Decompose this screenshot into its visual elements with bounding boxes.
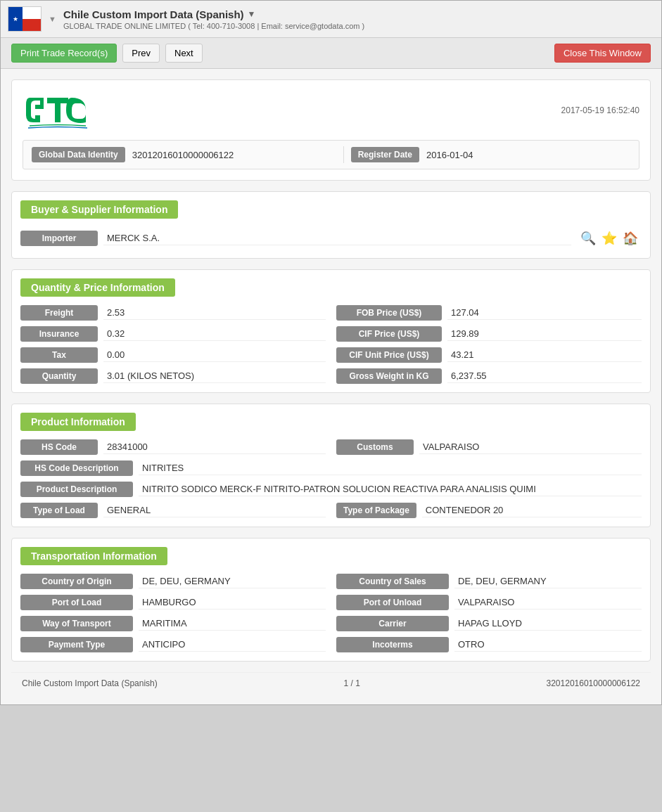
footer-right: 32012016010000006122 (547, 678, 640, 688)
transport-fields: Country of Origin DE, DEU, GERMANY Count… (20, 574, 642, 652)
transport-left-value-3: ANTICIPO (139, 638, 326, 652)
hs-code-label: HS Code (20, 439, 98, 455)
hs-code-desc-row: HS Code Description NITRITES (20, 460, 642, 476)
quantity-price-section: Quantity & Price Information Freight 2.5… (11, 269, 651, 393)
logo-area: GLOBAL TRADE ONLINE LIMITED (23, 91, 121, 129)
type-of-load-label: Type of Load (20, 503, 98, 518)
transport-right-col-0: Country of Sales DE, DEU, GERMANY (336, 574, 642, 589)
customs-label: Customs (336, 439, 414, 455)
customs-col: Customs VALPARAISO (336, 439, 642, 455)
buyer-supplier-header: Buyer & Supplier Information (20, 200, 178, 219)
main-card: GLOBAL TRADE ONLINE LIMITED 2017-05-19 1… (11, 79, 651, 181)
qty-right-value-2: 43.21 (447, 348, 642, 362)
transport-left-label-0: Country of Origin (20, 574, 133, 589)
qty-left-label-1: Insurance (20, 326, 98, 342)
flag-dropdown[interactable]: ▼ (49, 15, 56, 23)
qty-left-label-0: Freight (20, 305, 98, 321)
page-footer: Chile Custom Import Data (Spanish) 1 / 1… (11, 672, 651, 694)
transport-row-1: Port of Load HAMBURGO Port of Unload VAL… (20, 595, 642, 610)
transport-right-label-3: Incoterms (336, 637, 449, 652)
qty-row-3: Quantity 3.01 (KILOS NETOS) Gross Weight… (20, 368, 642, 384)
qty-right-value-0: 127.04 (447, 306, 642, 320)
type-of-load-col: Type of Load GENERAL (20, 503, 326, 518)
hs-customs-row: HS Code 28341000 Customs VALPARAISO (20, 439, 642, 455)
register-date-value: 2016-01-04 (426, 150, 630, 160)
footer-center: 1 / 1 (343, 678, 359, 688)
hs-code-col: HS Code 28341000 (20, 439, 326, 455)
importer-label: Importer (20, 231, 98, 246)
quantity-price-fields: Freight 2.53 FOB Price (US$) 127.04 Insu… (20, 305, 642, 384)
transport-left-col-3: Payment Type ANTICIPO (20, 637, 326, 652)
company-subtitle: GLOBAL TRADE ONLINE LIMITED ( Tel: 400-7… (63, 22, 654, 30)
qty-left-col-0: Freight 2.53 (20, 305, 326, 321)
register-date-label: Register Date (351, 147, 419, 162)
qty-right-value-3: 6,237.55 (447, 369, 642, 383)
title-info: Chile Custom Import Data (Spanish) ▼ GLO… (63, 8, 654, 30)
transport-right-col-3: Incoterms OTRO (336, 637, 642, 652)
importer-row: Importer MERCK S.A. 🔍 ⭐ 🏠 (20, 227, 642, 250)
importer-value: MERCK S.A. (103, 231, 571, 245)
transport-right-value-1: VALPARAISO (454, 595, 642, 610)
qty-row-1: Insurance 0.32 CIF Price (US$) 129.89 (20, 326, 642, 342)
global-data-identity-label: Global Data Identity (32, 147, 125, 162)
next-button[interactable]: Next (165, 44, 203, 63)
star-icon[interactable]: ⭐ (601, 231, 617, 246)
qty-right-label-3: Gross Weight in KG (336, 368, 442, 384)
page-title: Chile Custom Import Data (Spanish) (63, 8, 244, 20)
type-of-package-col: Type of Package CONTENEDOR 20 (336, 503, 642, 518)
transport-section: Transportation Information Country of Or… (11, 538, 651, 662)
hs-code-desc-value: NITRITES (139, 461, 642, 475)
qty-left-label-3: Quantity (20, 368, 98, 384)
transport-left-col-0: Country of Origin DE, DEU, GERMANY (20, 574, 326, 589)
prev-button[interactable]: Prev (122, 44, 160, 63)
hs-code-value: 28341000 (103, 440, 326, 454)
qty-right-label-2: CIF Unit Price (US$) (336, 347, 442, 363)
transport-right-col-2: Carrier HAPAG LLOYD (336, 616, 642, 631)
close-button[interactable]: Close This Window (554, 44, 651, 63)
transport-right-label-0: Country of Sales (336, 574, 449, 589)
transport-right-value-3: OTRO (454, 638, 642, 652)
qty-right-col-1: CIF Price (US$) 129.89 (336, 326, 642, 342)
qty-left-col-3: Quantity 3.01 (KILOS NETOS) (20, 368, 326, 384)
buyer-supplier-section: Buyer & Supplier Information Importer ME… (11, 191, 651, 259)
type-of-package-label: Type of Package (336, 503, 416, 518)
transport-row-0: Country of Origin DE, DEU, GERMANY Count… (20, 574, 642, 589)
transport-left-label-3: Payment Type (20, 637, 133, 652)
product-desc-row: Product Description NITRITO SODICO MERCK… (20, 482, 642, 497)
qty-left-label-2: Tax (20, 347, 98, 363)
search-icon[interactable]: 🔍 (580, 231, 596, 246)
qty-left-value-2: 0.00 (103, 348, 326, 362)
transport-row-2: Way of Transport MARITIMA Carrier HAPAG … (20, 616, 642, 631)
timestamp: 2017-05-19 16:52:40 (561, 105, 639, 115)
qty-row-0: Freight 2.53 FOB Price (US$) 127.04 (20, 305, 642, 321)
footer-left: Chile Custom Import Data (Spanish) (22, 678, 158, 688)
transport-left-label-2: Way of Transport (20, 616, 133, 631)
qty-right-label-1: CIF Price (US$) (336, 326, 442, 342)
transport-right-col-1: Port of Unload VALPARAISO (336, 595, 642, 610)
transport-left-value-0: DE, DEU, GERMANY (139, 574, 326, 588)
title-dropdown-arrow[interactable]: ▼ (248, 9, 256, 19)
qty-left-value-1: 0.32 (103, 327, 326, 341)
content-area: GLOBAL TRADE ONLINE LIMITED 2017-05-19 1… (1, 69, 661, 704)
flag-icon: ★ (8, 6, 42, 32)
hs-code-desc-label: HS Code Description (20, 460, 133, 476)
quantity-price-header: Quantity & Price Information (20, 278, 175, 297)
qty-right-col-0: FOB Price (US$) 127.04 (336, 305, 642, 321)
transport-right-label-2: Carrier (336, 616, 449, 631)
home-icon[interactable]: 🏠 (623, 231, 638, 246)
transport-left-value-2: MARITIMA (139, 617, 326, 631)
type-of-load-value: GENERAL (103, 503, 326, 517)
transport-header: Transportation Information (20, 547, 167, 565)
print-button[interactable]: Print Trade Record(s) (11, 44, 117, 63)
identity-divider (343, 146, 344, 163)
qty-right-col-2: CIF Unit Price (US$) 43.21 (336, 347, 642, 363)
transport-right-label-1: Port of Unload (336, 595, 449, 610)
qty-left-value-3: 3.01 (KILOS NETOS) (103, 369, 326, 383)
transport-left-label-1: Port of Load (20, 595, 133, 610)
transport-right-value-2: HAPAG LLOYD (454, 617, 642, 631)
qty-row-2: Tax 0.00 CIF Unit Price (US$) 43.21 (20, 347, 642, 363)
qty-left-col-1: Insurance 0.32 (20, 326, 326, 342)
load-package-row: Type of Load GENERAL Type of Package CON… (20, 503, 642, 518)
product-info-header: Product Information (20, 413, 136, 431)
logo-header: GLOBAL TRADE ONLINE LIMITED 2017-05-19 1… (23, 91, 639, 129)
